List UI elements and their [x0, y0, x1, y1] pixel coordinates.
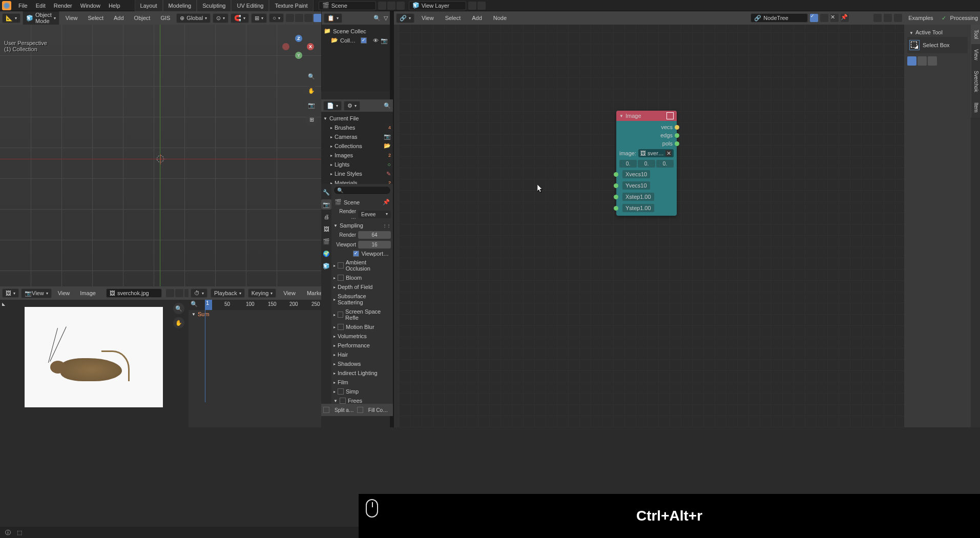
persp-ortho-icon[interactable]: ⊞ [306, 114, 317, 125]
xray-toggle[interactable] [304, 14, 312, 22]
split-chk[interactable] [323, 407, 329, 413]
3d-menu-add[interactable]: Add [110, 12, 128, 24]
image-new-icon[interactable] [175, 289, 183, 297]
node-canvas[interactable]: ▼ Image vecs edgs pols image: 🖼 sver… ✕ [399, 25, 913, 427]
image-name-input[interactable] [117, 290, 158, 296]
image-node[interactable]: ▼ Image vecs edgs pols image: 🖼 sver… ✕ [616, 111, 677, 216]
search-icon[interactable]: 🔍 [384, 102, 391, 109]
rebake-icon[interactable] [894, 14, 902, 22]
viewport-denoise-chk[interactable] [353, 251, 359, 257]
current-file-row[interactable]: ▼Current File [321, 114, 393, 123]
props-tab-viewlayer[interactable]: 🖼 [321, 224, 331, 234]
camera-view-icon[interactable]: 📷 [306, 99, 317, 111]
scene-browse-icon[interactable] [378, 2, 386, 10]
volumetrics-panel[interactable]: ▸Volumetrics [331, 332, 393, 341]
img-menu-image[interactable]: Image [76, 287, 100, 299]
linestyles-row[interactable]: ▸Line Styles✎ [321, 169, 393, 178]
pivot-selector[interactable]: ⊙ [213, 13, 228, 23]
3d-menu-view[interactable]: View [61, 12, 82, 24]
node-tab-sverchok[interactable]: Sverchok [971, 66, 980, 97]
socket-xvecs[interactable]: Xvecs10 [616, 169, 677, 180]
sampling-panel-header[interactable]: ▼Sampling⋮⋮ [331, 221, 393, 230]
pan-icon[interactable]: ✋ [306, 85, 317, 96]
film-panel[interactable]: ▸Film [331, 378, 393, 387]
3d-menu-gis[interactable]: GIS [156, 12, 174, 24]
props-search[interactable] [333, 186, 391, 195]
motionblur-panel[interactable]: ▸Motion Blur [331, 322, 393, 332]
select-mode-new[interactable] [907, 56, 916, 66]
socket-xstep[interactable]: Xstep1.00 [616, 191, 677, 202]
socket-ystep[interactable]: Ystep1.00 [616, 202, 677, 214]
origin-y[interactable]: 0. [638, 160, 655, 168]
examples-dropdown[interactable]: Examples [904, 12, 937, 24]
scene-name-input[interactable] [331, 3, 372, 9]
origin-z[interactable]: 0. [656, 160, 674, 168]
tree-collection[interactable]: 📂Collecti 👁 📷 [322, 36, 390, 45]
menu-render[interactable]: Render [50, 0, 76, 11]
3d-menu-select[interactable]: Select [84, 12, 108, 24]
bake-icon[interactable] [884, 14, 892, 22]
camera-restrict-icon[interactable]: 📷 [381, 37, 388, 44]
menu-edit[interactable]: Edit [32, 0, 50, 11]
menu-file[interactable]: File [14, 0, 32, 11]
playhead[interactable]: 1 [205, 300, 212, 310]
editor-type-timeline[interactable]: ⏱ [191, 288, 207, 298]
summary-row[interactable]: ▼Sum [189, 310, 321, 318]
image-mode[interactable]: 📷View [21, 288, 52, 298]
socket-vecs[interactable]: vecs [616, 123, 677, 131]
editor-type-nodes[interactable]: 🔗 [396, 13, 414, 23]
workspace-uv[interactable]: UV Editing [231, 0, 269, 11]
dof-panel[interactable]: ▸Depth of Field [331, 282, 393, 292]
node-menu-select[interactable]: Select [441, 12, 465, 24]
collections-row[interactable]: ▸Collections📂 [321, 141, 393, 151]
orientation-selector[interactable]: ⊕Global [176, 13, 211, 23]
node-tab-item[interactable]: Item [971, 97, 980, 117]
collapse-icon[interactable]: ▼ [619, 114, 623, 118]
filter-icon[interactable]: ▽ [384, 15, 388, 22]
indirect-panel[interactable]: ▸Indirect Lighting [331, 368, 393, 378]
image-users-icon[interactable] [166, 289, 174, 297]
tl-menu-view[interactable]: View [279, 287, 300, 299]
scene-new-icon[interactable] [387, 2, 395, 10]
tl-menu-keying[interactable]: Keying [248, 288, 277, 298]
viewlayer-new-icon[interactable] [468, 2, 476, 10]
shading-wireframe[interactable] [314, 14, 321, 22]
img-zoom-icon[interactable]: 🔍 [173, 303, 184, 314]
render-samples-field[interactable]: 64 [358, 231, 391, 239]
node-menu-view[interactable]: View [418, 12, 438, 24]
gizmo-y[interactable]: Y [295, 52, 302, 59]
socket-yvecs[interactable]: Yvecs10 [616, 180, 677, 191]
props-tab-object[interactable]: 🧊 [321, 261, 331, 271]
gizmo-x[interactable]: X [307, 43, 314, 50]
node-tab-view[interactable]: View [971, 44, 980, 66]
timeline-body[interactable]: ▼Sum [189, 310, 321, 402]
layout-icon[interactable] [873, 14, 882, 22]
new-nodetree[interactable]: ✕ [830, 14, 839, 22]
use-nodes-toggle[interactable] [810, 14, 818, 22]
socket-pols[interactable]: pols [616, 139, 677, 148]
images-row[interactable]: ▸Images2 [321, 151, 393, 160]
nodetree-name-input[interactable] [763, 15, 804, 21]
snap-element[interactable]: ⊞ [251, 13, 267, 23]
fillco-chk[interactable] [357, 407, 363, 413]
editor-type-image[interactable]: 🖼 [2, 288, 19, 298]
scene-del-icon[interactable] [397, 2, 405, 10]
viewport-3d-canvas[interactable]: User Perspective (1) Collection Z X Y 🔍 … [0, 25, 321, 286]
workspace-modeling[interactable]: Modeling [163, 0, 197, 11]
snap-toggle[interactable]: 🧲 [231, 13, 249, 23]
img-menu-view[interactable]: View [54, 287, 74, 299]
timeline-ruler[interactable]: 1 50 100 150 200 250 🔍 ✋ [189, 300, 321, 310]
pin-nodetree[interactable] [820, 14, 828, 22]
workspace-texpaint[interactable]: Texture Paint [269, 0, 313, 11]
nav-gizmo[interactable]: Z X Y [282, 35, 315, 68]
menu-window[interactable]: Window [76, 0, 105, 11]
gizmo-z[interactable]: Z [295, 35, 302, 42]
tl-menu-playback[interactable]: Playback [211, 288, 245, 298]
render-engine-dropdown[interactable]: Eevee [358, 211, 391, 218]
exclude-toggle[interactable] [361, 37, 367, 44]
cameras-row[interactable]: ▸Cameras📷 [321, 132, 393, 141]
node-menu-add[interactable]: Add [468, 12, 486, 24]
hair-panel[interactable]: ▸Hair [331, 350, 393, 359]
select-mode-subtract[interactable] [928, 56, 937, 66]
node-header[interactable]: ▼ Image [616, 111, 677, 121]
